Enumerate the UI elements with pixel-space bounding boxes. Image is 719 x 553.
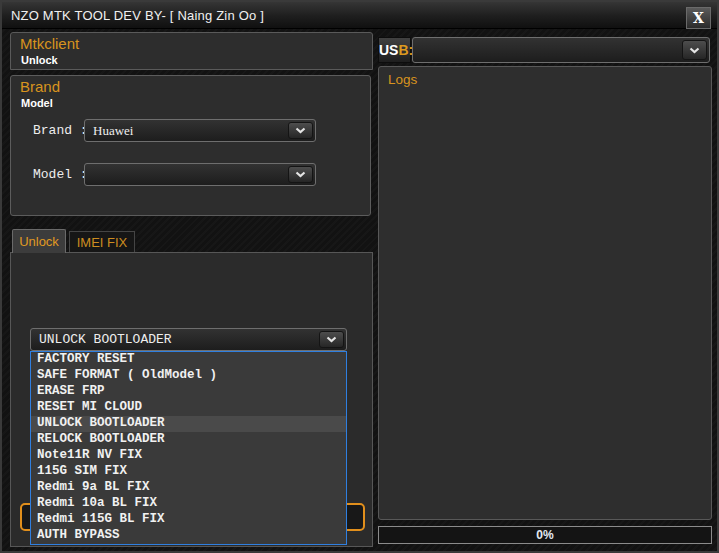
list-item[interactable]: RELOCK BOOTLOADER [31, 432, 346, 448]
brand-label: Brand : [33, 123, 88, 138]
list-item[interactable]: ERASE FRP [31, 384, 346, 400]
list-item[interactable]: Redmi 9a BL FIX [31, 480, 346, 496]
brand-select-value: Huawei [93, 123, 133, 139]
mtkclient-header-panel: Mtkclient Unlock [10, 32, 373, 70]
model-select[interactable] [84, 163, 316, 186]
operation-dropdown-list: FACTORY RESET SAFE FORMAT ( OldModel ) E… [30, 351, 347, 545]
logs-title: Logs [388, 72, 417, 87]
operation-select-value: UNLOCK BOOTLOADER [39, 332, 172, 347]
usb-label-us: US [379, 42, 398, 58]
logs-output[interactable] [383, 91, 707, 515]
chevron-down-icon[interactable] [682, 40, 707, 60]
list-item[interactable]: AUTH BYPASS [31, 528, 346, 544]
list-item-selected[interactable]: UNLOCK BOOTLOADER [31, 416, 346, 432]
chevron-down-icon[interactable] [319, 331, 344, 348]
model-label: Model : [33, 167, 88, 182]
list-item[interactable]: Redmi 10a BL FIX [31, 496, 346, 512]
list-item[interactable]: Redmi 115G BL FIX [31, 512, 346, 528]
brand-group-box: Brand Model Brand : Huawei Model : [10, 75, 371, 216]
brand-group-subtitle: Model [21, 97, 53, 109]
app-window: NZO MTK TOOL DEV BY- [ Naing Zin Oo ] X … [0, 0, 719, 553]
progress-bar: 0% [378, 526, 712, 544]
operation-select[interactable]: UNLOCK BOOTLOADER [30, 328, 347, 351]
list-item[interactable]: FACTORY RESET [31, 352, 346, 368]
usb-label: USB: [378, 37, 411, 63]
brand-select[interactable]: Huawei [84, 119, 316, 142]
title-bar: NZO MTK TOOL DEV BY- [ Naing Zin Oo ] X [2, 2, 717, 29]
logs-group-box: Logs [378, 66, 712, 520]
brand-group-title: Brand [20, 78, 60, 95]
chevron-down-icon[interactable] [288, 166, 313, 183]
list-item[interactable]: SAFE FORMAT ( OldModel ) [31, 368, 346, 384]
tab-imei-fix[interactable]: IMEI FIX [69, 231, 135, 253]
list-item[interactable]: RESET MI CLOUD [31, 400, 346, 416]
window-title: NZO MTK TOOL DEV BY- [ Naing Zin Oo ] [11, 2, 264, 29]
close-button[interactable]: X [686, 7, 711, 29]
list-item[interactable]: Note11R NV FIX [31, 448, 346, 464]
mtkclient-title: Mtkclient [20, 35, 79, 52]
mtkclient-subtitle: Unlock [21, 54, 58, 66]
tab-unlock[interactable]: Unlock [12, 229, 66, 253]
chevron-down-icon[interactable] [288, 122, 313, 139]
usb-device-select[interactable] [412, 37, 710, 63]
list-item[interactable]: 115G SIM FIX [31, 464, 346, 480]
